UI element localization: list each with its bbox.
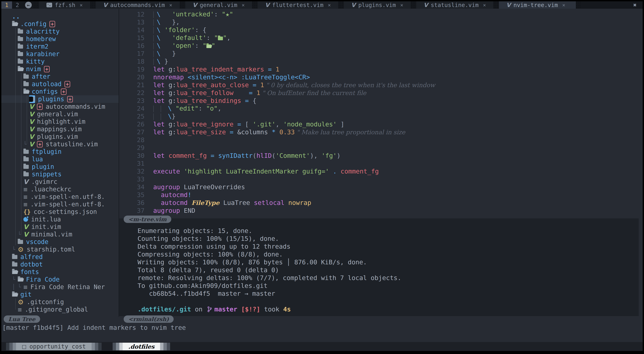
tree-item[interactable]: plugin (1, 163, 119, 170)
tree-item[interactable]: └Fira Code (1, 276, 119, 283)
terminal-split[interactable]: Enumerating objects: 15, done.Counting o… (119, 218, 639, 316)
line-number: 22 (119, 89, 149, 96)
tree-item[interactable]: └⚙starship.toml (1, 246, 119, 253)
tab-fluttertest.vim[interactable]: Vfluttertest.vim× (258, 1, 338, 9)
tree-item-icon-wrap: ⚙ (18, 298, 24, 306)
tree-item[interactable]: Vgeneral.vim (1, 110, 119, 118)
tree-item[interactable]: vscode (1, 238, 119, 246)
tab-general.vim[interactable]: Vgeneral.vim× (185, 1, 252, 9)
tree-item[interactable]: git (1, 291, 119, 298)
tmux-window-number[interactable]: 1 (1, 1, 12, 9)
line-number: 28 (119, 136, 149, 144)
tab-statusline.vim[interactable]: Vstatusline.vim× (416, 1, 493, 9)
tree-item[interactable]: alfred (1, 253, 119, 261)
tree-item[interactable]: Vinit.vim (1, 223, 119, 231)
tab-fzf.sh[interactable]: fzf.sh× (39, 1, 90, 9)
tree-indent (1, 249, 12, 250)
tree-item[interactable]: ftplugin (1, 148, 119, 155)
tree-item[interactable]: Vhighlight.vim (1, 118, 119, 125)
tab-close-icon[interactable]: × (483, 2, 486, 8)
tree-item-name: .gvimrc (31, 178, 57, 185)
tab-close-icon[interactable]: × (242, 2, 245, 8)
tree-indent (1, 294, 12, 295)
code-token (160, 105, 164, 112)
code-token: lua_tree_indent_markers (176, 66, 264, 73)
tree-indent (1, 159, 24, 159)
line-code: \ 'default': "", (153, 34, 230, 41)
code-token: 'highlight LuaTreeIndentMarker guifg=' (184, 168, 329, 175)
tree-item[interactable]: .config+ (1, 20, 119, 28)
tmux-window-number[interactable]: 2 (12, 1, 23, 9)
tmux-window-label[interactable]: .dotfiles (123, 343, 160, 350)
line-number: 17 (119, 50, 149, 57)
tree-guide-corner: └ (18, 284, 24, 290)
tree-item[interactable]: nvim+ (1, 65, 119, 73)
tree-item[interactable]: fonts (1, 268, 119, 276)
tree-item[interactable]: ⚙.gitconfig (1, 298, 119, 306)
tree-item[interactable]: ≡.vim-spell-en.utf-8. (1, 193, 119, 201)
tab-close-icon[interactable]: × (400, 2, 403, 8)
tree-item[interactable]: karabiner (1, 50, 119, 58)
tree-item[interactable]: autoload+ (1, 80, 119, 88)
tab-close-icon[interactable]: × (169, 2, 172, 8)
tree-item[interactable]: Vmappings.vim (1, 125, 119, 133)
tree-item[interactable]: kitty (1, 58, 119, 65)
tree-item[interactable]: V.gvimrc (1, 178, 119, 186)
open-folder-glyph (206, 44, 212, 48)
editor-line: 24 \ "edit": "o", (119, 104, 643, 112)
vim-file-icon: V (29, 133, 34, 140)
tree-item[interactable]: V+autocommands.vim (1, 103, 119, 110)
tree-item[interactable]: lua (1, 155, 119, 163)
tmux-gradient-strip (167, 343, 170, 350)
tree-item[interactable]: └Vminimal.vim (1, 231, 119, 238)
line-number: 32 (119, 168, 149, 175)
code-token (237, 73, 241, 81)
tree-item[interactable]: └V+statusline.vim (1, 140, 119, 148)
close-all-icon[interactable]: ✖ (627, 1, 643, 9)
folder-icon (12, 255, 18, 259)
code-token (153, 19, 157, 26)
tmux-window-dotfiles[interactable]: .dotfiles (112, 343, 170, 350)
editor-window[interactable]: 12\ 'untracked': "★"13\ },14\ 'folder': … (119, 9, 643, 218)
tree-item[interactable]: ≡.vim-spell-en.utf-8. (1, 201, 119, 208)
code-token: lua_tree_auto_close (176, 81, 249, 89)
tree-item[interactable]: dotbot (1, 261, 119, 268)
tree-item-icon-wrap: V (24, 223, 28, 231)
tab-plugins.vim[interactable]: Vplugins.vim× (344, 1, 411, 9)
tmux-window-opportunity-cost[interactable]: □opportunity_cost (6, 343, 102, 350)
tree-item[interactable]: homebrew (1, 35, 119, 43)
tree-item[interactable]: │└≡Fira Code Retina Ner (1, 283, 119, 291)
tab-close-icon[interactable]: × (562, 2, 565, 8)
tree-item[interactable]: init.lua (1, 216, 119, 223)
tree-item[interactable]: .. (1, 13, 119, 20)
folder-glyph (218, 36, 223, 40)
line-number: 27 (119, 128, 149, 136)
tab-nvim-tree.vim[interactable]: Vnvim-tree.vim× (499, 1, 576, 9)
tree-item[interactable]: plugins+ (1, 95, 119, 103)
prompt-cursor-line[interactable]: › (138, 314, 639, 321)
code-token: : (195, 42, 203, 49)
line-number: 20 (119, 73, 149, 81)
tree-item[interactable]: ≡.gitignore_global (1, 306, 119, 313)
tree-item[interactable]: {}coc-settings.json (1, 208, 119, 216)
line-number: 16 (119, 42, 149, 49)
tree-item[interactable]: alacritty (1, 28, 119, 35)
editor-statusline: <m-tree.vim (124, 216, 171, 223)
tree-item[interactable]: Vplugins.vim (1, 133, 119, 140)
tree-item-icon-wrap (12, 22, 18, 26)
tree-item[interactable]: iterm2 (1, 43, 119, 50)
tab-separator (252, 1, 258, 9)
tab-close-icon[interactable]: × (80, 2, 83, 8)
tree-item-name: .gitignore_global (25, 306, 88, 313)
tree-item[interactable]: after (1, 73, 119, 80)
tab-close-icon[interactable]: × (328, 2, 331, 8)
editor-line: 35 autocmd! (119, 191, 643, 199)
tree-item[interactable]: ≡.luacheckrc (1, 186, 119, 193)
tree-item-icon-wrap (18, 60, 23, 64)
back-arrow-icon[interactable]: ← (25, 2, 32, 8)
tab-autocommands.vim[interactable]: Vautocommands.vim× (96, 1, 180, 9)
tree-item[interactable]: snippets (1, 170, 119, 178)
tree-item[interactable]: configs+ (1, 88, 119, 95)
tree-item-name: after (32, 73, 50, 80)
tmux-window-label[interactable]: □opportunity_cost (16, 343, 92, 350)
